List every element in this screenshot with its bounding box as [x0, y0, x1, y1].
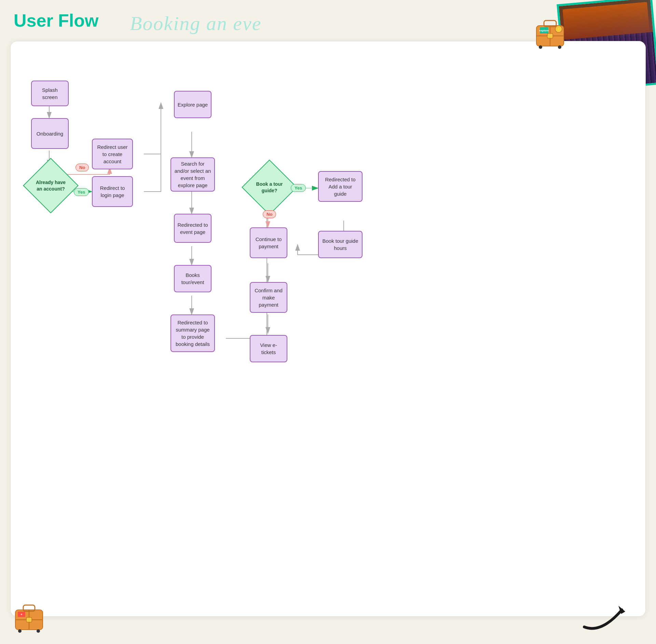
svg-point-5	[539, 45, 542, 49]
node-search-event: Search for and/or select an event from e…	[170, 157, 215, 192]
node-continue-payment: Continue to payment	[250, 227, 287, 258]
page-title: User Flow	[14, 10, 99, 31]
node-already-account: Already have an account?	[31, 166, 70, 205]
node-redirect-login: Redirect to login page	[92, 176, 133, 207]
node-splash: Splash screen	[31, 81, 69, 106]
svg-rect-4	[547, 33, 553, 38]
svg-point-32	[37, 629, 40, 633]
node-guide-hours: Book tour guide hours	[318, 231, 363, 258]
node-confirm-payment: Confirm and make payment	[250, 282, 287, 313]
flow-arrows	[11, 41, 645, 616]
arrow-sticker-bottom-right	[581, 600, 636, 641]
svg-text:✈: ✈	[20, 613, 23, 616]
node-summary: Redirected to summary page to provide bo…	[170, 314, 215, 352]
node-explore: Explore page	[174, 91, 211, 118]
page-subtitle: Booking an eve	[130, 12, 262, 35]
luggage-sticker-top-right: explore ⭐	[530, 14, 571, 55]
svg-text:explore: explore	[539, 29, 549, 32]
svg-rect-30	[26, 617, 32, 622]
node-books-tour: Books tour/event	[174, 265, 211, 292]
node-event-page: Redirected to event page	[174, 214, 211, 243]
badge-no-guide: No	[263, 210, 276, 218]
node-redirect-create: Redirect user to create account	[92, 139, 133, 169]
node-book-tour-guide: Book a tour guide?	[250, 168, 289, 207]
badge-yes-guide: Yes	[291, 184, 306, 192]
svg-point-31	[18, 629, 22, 633]
luggage-sticker-bottom-left: ✈	[10, 600, 48, 637]
badge-no-account: No	[76, 164, 89, 171]
flowchart-container: Splash screen Onboarding Already have an…	[10, 41, 646, 617]
svg-text:⭐: ⭐	[557, 28, 560, 31]
node-view-tickets: View e-tickets	[250, 335, 287, 362]
badge-yes-account: Yes	[74, 188, 89, 196]
svg-point-6	[558, 45, 561, 49]
node-onboarding: Onboarding	[31, 118, 69, 149]
node-add-guide: Redirected to Add a tour guide	[318, 171, 363, 202]
